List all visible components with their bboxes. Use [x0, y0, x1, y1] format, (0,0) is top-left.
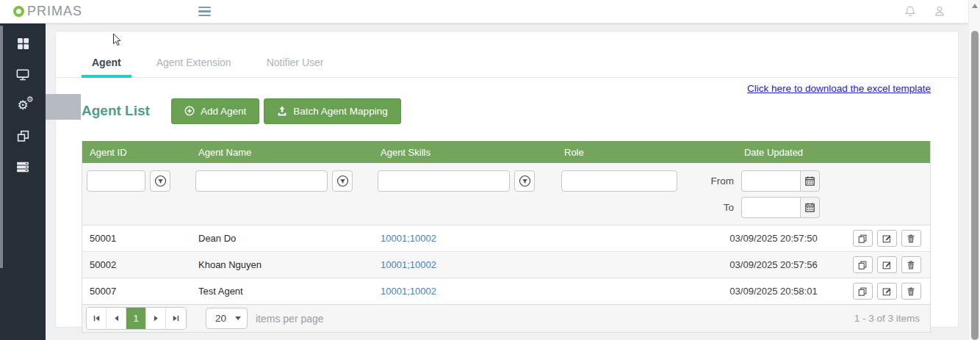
agent-skills-filter-button[interactable]: [514, 170, 535, 192]
previous-page-button[interactable]: [107, 308, 126, 329]
first-page-button[interactable]: [87, 308, 107, 329]
brand-name: PRIMAS: [27, 4, 82, 19]
scrollbar-thumb[interactable]: [971, 31, 979, 340]
edit-icon: [882, 260, 892, 270]
date-from-calendar-button[interactable]: [800, 170, 820, 192]
agent-id-filter-input[interactable]: [87, 170, 145, 192]
role-filter-input[interactable]: [561, 170, 677, 192]
calendar-icon: [804, 176, 815, 187]
agent-panel: Agent Agent Extension Notifier User Clic…: [55, 31, 959, 328]
table-row: 50002 Khoan Nguyen 10001;10002 03/09/202…: [82, 251, 930, 278]
trash-icon: [906, 234, 916, 244]
tab-agent[interactable]: Agent: [82, 51, 131, 77]
grid-icon: [16, 37, 30, 51]
vertical-scrollbar[interactable]: [968, 0, 980, 340]
menu-toggle-icon[interactable]: [198, 4, 212, 19]
sidebar-item-servers[interactable]: [0, 151, 46, 182]
col-header-role: Role: [557, 147, 704, 158]
top-bar: PRIMAS: [0, 0, 968, 23]
date-from-input[interactable]: [741, 170, 800, 192]
calendar-icon: [804, 202, 815, 213]
date-to-calendar-button[interactable]: [800, 197, 820, 218]
col-header-agent-name: Agent Name: [191, 147, 373, 158]
funnel-icon: [154, 175, 167, 187]
edit-agent-button[interactable]: [877, 283, 897, 300]
notifications-bell-icon[interactable]: [904, 5, 917, 18]
sidebar-item-settings[interactable]: ⚙⚙: [0, 90, 46, 120]
page-number-button[interactable]: 1: [126, 308, 146, 329]
main-content: Agent Agent Extension Notifier User Clic…: [46, 23, 968, 340]
batch-agent-mapping-button[interactable]: Batch Agent Mapping: [264, 98, 400, 124]
cell-date-updated: 03/09/2025 20:57:56: [704, 259, 843, 270]
agent-skills-link[interactable]: 10001;10002: [381, 286, 436, 297]
table-header-row: Agent ID Agent Name Agent Skills Role Da…: [82, 141, 930, 163]
edit-agent-button[interactable]: [877, 256, 897, 273]
copy-agent-button[interactable]: [853, 230, 873, 247]
sidebar-item-monitor[interactable]: [0, 59, 46, 90]
col-header-date-updated: Date Updated: [704, 147, 843, 158]
plus-circle-icon: [184, 106, 195, 116]
next-page-button[interactable]: [146, 308, 166, 329]
cell-agent-id: 50002: [82, 259, 191, 270]
edit-icon: [882, 286, 892, 297]
copy-agent-button[interactable]: [853, 256, 873, 273]
edit-agent-button[interactable]: [877, 230, 897, 247]
funnel-icon: [519, 175, 531, 187]
agent-name-filter-button[interactable]: [332, 170, 353, 192]
tab-bar: Agent Agent Extension Notifier User: [56, 32, 958, 78]
server-stack-icon: [15, 160, 30, 174]
active-menu-highlight: [46, 94, 81, 120]
copy-icon: [857, 286, 868, 297]
col-header-agent-id: Agent ID: [82, 147, 191, 158]
copy-icon: [857, 260, 868, 270]
funnel-icon: [336, 175, 349, 187]
date-to-input[interactable]: [741, 197, 800, 218]
cell-agent-id: 50007: [82, 286, 191, 297]
copy-icon: [857, 234, 868, 244]
sidebar: ⚙⚙: [0, 23, 46, 340]
trash-icon: [906, 286, 916, 297]
monitor-icon: [15, 68, 30, 82]
copy-agent-button[interactable]: [853, 283, 873, 300]
pagination-bar: 1 20 items per page 1 - 3 of 3 items: [82, 304, 930, 332]
cell-agent-id: 50001: [82, 233, 191, 244]
cell-agent-name: Khoan Nguyen: [191, 259, 373, 270]
page-title: Agent List: [82, 103, 171, 119]
sidebar-item-windows[interactable]: [0, 120, 46, 151]
from-label: From: [711, 176, 735, 187]
filter-row: From: [82, 163, 930, 225]
last-page-button[interactable]: [166, 308, 186, 329]
add-agent-button[interactable]: Add Agent: [171, 98, 259, 124]
primas-logo-icon: [13, 6, 24, 17]
items-range-label: 1 - 3 of 3 items: [854, 313, 920, 324]
tab-agent-extension[interactable]: Agent Extension: [146, 51, 242, 77]
delete-agent-button[interactable]: [901, 283, 921, 300]
scrollbar-up-arrow-icon[interactable]: [969, 0, 980, 12]
delete-agent-button[interactable]: [901, 230, 921, 247]
tab-notifier-user[interactable]: Notifier User: [256, 51, 334, 77]
col-header-agent-skills: Agent Skills: [373, 147, 557, 158]
copy-windows-icon: [16, 129, 30, 143]
cell-agent-name: Dean Do: [191, 233, 373, 244]
page-size-select[interactable]: 20: [206, 308, 248, 329]
agent-name-filter-input[interactable]: [195, 170, 328, 192]
download-excel-template-link[interactable]: Click here to download the excel templat…: [747, 83, 931, 94]
sidebar-scrollbar[interactable]: [0, 26, 3, 268]
trash-icon: [906, 260, 916, 270]
to-label: To: [724, 202, 734, 213]
delete-agent-button[interactable]: [901, 256, 921, 273]
agent-id-filter-button[interactable]: [150, 170, 170, 192]
table-row: 50007 Test Agent 10001;10002 03/09/2025 …: [82, 278, 930, 304]
edit-icon: [882, 234, 892, 244]
agent-skills-link[interactable]: 10001;10002: [381, 233, 436, 244]
items-per-page-label: items per page: [256, 313, 324, 325]
cell-date-updated: 03/09/2025 20:58:01: [704, 286, 843, 297]
sidebar-item-dashboard[interactable]: [0, 28, 46, 59]
agent-skills-filter-input[interactable]: [378, 170, 510, 192]
upload-icon: [277, 106, 287, 116]
cell-agent-name: Test Agent: [191, 286, 373, 297]
primas-logo: PRIMAS: [13, 4, 82, 19]
agent-skills-link[interactable]: 10001;10002: [381, 259, 436, 270]
user-profile-icon[interactable]: [933, 5, 946, 18]
cell-date-updated: 03/09/2025 20:57:50: [704, 233, 843, 244]
